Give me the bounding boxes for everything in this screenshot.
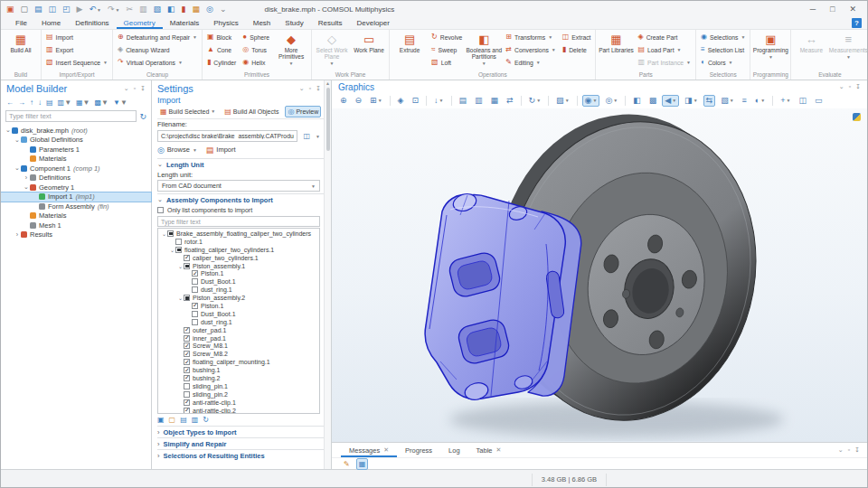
tab-log[interactable]: Log xyxy=(440,443,468,457)
collapse-all-icon[interactable]: ▤ xyxy=(46,99,53,107)
open-file-icon[interactable]: ◫ xyxy=(300,130,313,142)
revolve-button[interactable]: ↻Revolve xyxy=(429,31,465,43)
editing-button[interactable]: ✎Editing▼ xyxy=(503,56,558,69)
expand-icon[interactable]: › xyxy=(23,174,30,181)
tree-node-import-1[interactable]: Import 1(imp1) xyxy=(1,192,151,202)
expand-all-icon[interactable]: ▤ xyxy=(180,416,187,424)
filename-input[interactable] xyxy=(157,130,297,142)
zoom-in-icon[interactable]: ⊕ xyxy=(337,95,350,107)
expand-icon[interactable]: ⌄ xyxy=(169,247,175,253)
expand-icon[interactable]: ⌄ xyxy=(177,295,184,301)
move-up-icon[interactable]: ↑ xyxy=(30,99,33,107)
checkbox[interactable] xyxy=(184,263,190,269)
sweep-button[interactable]: ≈Sweep xyxy=(429,43,465,56)
tree-node-disk-brake-mph[interactable]: ⌄disk_brake.mph(root) xyxy=(1,126,151,136)
copy-icon[interactable]: ▥ xyxy=(139,5,147,14)
assembly-item-floating-caliper-two-cylinders-1[interactable]: ⌄floating_caliper_two_cylinders.1 xyxy=(158,246,319,254)
tree-node-materials[interactable]: Materials xyxy=(1,211,151,221)
tab-home[interactable]: Home xyxy=(34,17,68,29)
build-selected-button[interactable]: ▦Build Selected▼ xyxy=(157,106,218,117)
import-button[interactable]: ▤ Import xyxy=(206,145,236,155)
checkbox[interactable] xyxy=(184,399,190,406)
expand-icon[interactable]: ⌄ xyxy=(161,230,167,237)
block-button[interactable]: ▣Block xyxy=(204,31,239,43)
helix-button[interactable]: ◉Helix xyxy=(240,56,272,69)
hide-objects-icon[interactable]: ◐▼ xyxy=(752,95,768,107)
tree-node-results[interactable]: ›Results xyxy=(1,230,151,240)
tree-node-materials[interactable]: Materials xyxy=(1,155,151,164)
view-hidden-icon[interactable]: ⇆ xyxy=(703,95,716,107)
build-all-objects-button[interactable]: ▤Build All Objects xyxy=(222,106,281,117)
clear-messages-icon[interactable]: ✎ xyxy=(341,458,353,470)
checkbox[interactable] xyxy=(184,359,190,365)
canvas-context-icon[interactable] xyxy=(853,113,861,121)
zoom-to-selection-icon[interactable]: ◎ xyxy=(206,5,213,14)
save-icon[interactable]: ◫ xyxy=(49,5,57,14)
tab-progress[interactable]: Progress xyxy=(397,443,440,457)
part-libraries-button[interactable]: ▦Part Libraries xyxy=(598,31,634,70)
tab-developer[interactable]: Developer xyxy=(349,17,396,29)
assembly-item-dust-ring-1[interactable]: dust_ring.1 xyxy=(158,318,319,326)
checkbox[interactable] xyxy=(192,270,198,277)
check-selected-icon[interactable]: ▣ xyxy=(157,416,165,424)
clipping-icon[interactable]: ◨▼ xyxy=(682,95,700,107)
tab-results[interactable]: Results xyxy=(311,17,350,29)
assembly-item-piston-1[interactable]: Piston.1 xyxy=(158,269,319,277)
assembly-item-brake-assembly-floating-caliper-two-cylinders[interactable]: ⌄Brake_assembly_floating_caliper_two_cyl… xyxy=(158,230,319,238)
checkbox[interactable] xyxy=(184,375,190,381)
selection-color-icon[interactable]: ◀▼ xyxy=(662,95,679,107)
section-header-simplify-and-repair[interactable]: ›Simplify and Repair xyxy=(157,437,324,449)
assembly-item-inner-pad-1[interactable]: inner_pad.1 xyxy=(158,334,319,343)
checkbox[interactable] xyxy=(192,319,198,325)
view-yz-plane-icon[interactable]: ▥ xyxy=(472,95,486,107)
float-panel-icon[interactable]: ▫ xyxy=(134,85,136,92)
conversions-button[interactable]: ⇄Conversions▼ xyxy=(503,43,558,56)
tree-node-component-1[interactable]: ⌄Component 1(comp 1) xyxy=(1,164,151,174)
checkbox[interactable] xyxy=(184,295,190,301)
checkbox[interactable] xyxy=(192,286,198,293)
tab-study[interactable]: Study xyxy=(278,17,310,29)
only-list-checkbox-row[interactable]: Only list components to import xyxy=(157,205,324,215)
expand-icon[interactable]: ⌄ xyxy=(5,127,12,134)
rotate-view-icon[interactable]: ↻▼ xyxy=(526,95,544,107)
pin-panel-icon[interactable]: ↧ xyxy=(316,85,321,92)
tree-node-geometry-1[interactable]: ⌄Geometry 1 xyxy=(1,183,151,192)
orientation-icon[interactable]: ↓▼ xyxy=(431,95,446,107)
uncheck-selected-icon[interactable]: ▢ xyxy=(169,416,176,424)
assembly-item-anti-rattle-clip-1[interactable]: anti-rattle-clip.1 xyxy=(158,399,319,407)
torus-button[interactable]: ◎Torus xyxy=(240,43,272,56)
checkbox[interactable] xyxy=(184,408,190,414)
chevron-down-icon[interactable]: ⌄ xyxy=(124,85,129,92)
cleanup-wizard-button[interactable]: ◈Cleanup Wizard xyxy=(115,43,200,56)
delete-icon[interactable]: ▮ xyxy=(182,5,186,14)
float-panel-icon[interactable]: ▫ xyxy=(849,83,851,90)
wireframe-icon[interactable]: ≡ xyxy=(740,95,750,107)
snapshot-icon[interactable]: ◫ xyxy=(796,95,809,107)
assembly-item-anti-rattle-clip-2[interactable]: anti-rattle-clip.2 xyxy=(158,407,319,414)
tree-node-global-definitions[interactable]: ⌄Global Definitions xyxy=(1,136,151,145)
checkbox[interactable] xyxy=(184,351,190,357)
assembly-item-screw-m8-1[interactable]: Screw_M8.1 xyxy=(158,342,319,350)
checkbox[interactable] xyxy=(192,278,198,285)
browse-button[interactable]: ◎ Browse▼ xyxy=(157,145,197,155)
settings-scrollbar[interactable]: ▲ xyxy=(324,80,331,469)
checkbox[interactable] xyxy=(184,255,190,261)
chevron-down-icon[interactable]: ⌄ xyxy=(838,446,844,454)
extrude-button[interactable]: ▤Extrude xyxy=(392,31,428,70)
programming-button[interactable]: ▣Programming▼ xyxy=(752,31,788,70)
delete-button[interactable]: ▮Delete xyxy=(560,43,594,56)
close-tab-icon[interactable]: ✕ xyxy=(383,446,389,454)
checkbox[interactable] xyxy=(184,391,190,398)
checkbox[interactable] xyxy=(184,327,190,333)
chevron-down-icon[interactable]: ⌄ xyxy=(299,85,305,92)
import-button[interactable]: ▤Import xyxy=(43,31,110,43)
checkbox[interactable] xyxy=(175,239,182,245)
open-table-icon[interactable]: ▦ xyxy=(356,458,369,470)
collapse-all-icon[interactable]: ▥ xyxy=(192,416,199,424)
assembly-item-dust-ring-1[interactable]: dust_ring.1 xyxy=(158,286,319,294)
checkbox[interactable] xyxy=(192,303,198,309)
maximize-button[interactable]: □ xyxy=(830,5,835,14)
tab-physics[interactable]: Physics xyxy=(206,17,246,29)
scrollbar-thumb[interactable] xyxy=(326,88,330,151)
only-list-checkbox[interactable] xyxy=(157,207,164,213)
